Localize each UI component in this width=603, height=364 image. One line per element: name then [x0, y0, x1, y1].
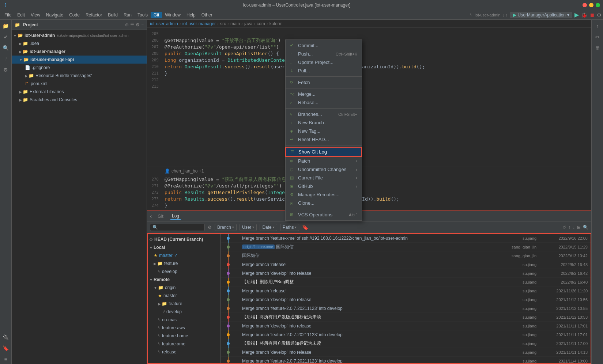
log-search-input[interactable] [159, 225, 203, 230]
log-up-icon[interactable]: ↑ [568, 225, 570, 230]
branch-origin-master[interactable]: ★ master [148, 292, 221, 300]
commit-row[interactable]: Merge branch 'feature-2.0.7.20211123' in… [221, 357, 591, 363]
menu-edit[interactable]: Edit [14, 12, 28, 18]
project-tree-icon[interactable]: ☰ [130, 22, 134, 27]
commit-row[interactable]: Merge branch 'develop' into releasesu.ji… [221, 269, 591, 278]
tree-manager[interactable]: ▶ 📂 iot-user-manager [12, 48, 147, 56]
branch-local[interactable]: ▼ Local [148, 243, 221, 251]
branch-origin-release[interactable]: ⑂ release [148, 348, 221, 356]
menu-help[interactable]: Help [184, 12, 199, 18]
menu-build[interactable]: Build [105, 12, 121, 18]
log-down-icon[interactable]: ↓ [573, 225, 575, 230]
git-menu-branches[interactable]: ⑂ Branches... Ctrl+Shift+ [286, 110, 362, 118]
git-menu-merge[interactable]: ⌥ Merge... [286, 90, 362, 98]
commit-row[interactable]: Merge branch 'release'su.jiang2021/11/26… [221, 287, 591, 295]
branch-develop-local[interactable]: ⑂ develop [148, 268, 221, 276]
filter-branch[interactable]: Branch ▾ [215, 224, 237, 231]
git-menu-github[interactable]: ◉ GitHub › [286, 182, 362, 190]
commit-row[interactable]: Merge branch 'feature-2.0.7.20211123' in… [221, 330, 591, 339]
git-menu-show-git-log[interactable]: ☰ Show Git Log [285, 147, 362, 157]
sidebar-settings-icon[interactable]: ⚙ [1, 65, 11, 75]
commit-row[interactable]: 国际短信sang_qian_jin2022/9/13 10:42 [221, 251, 591, 260]
menu-refactor[interactable]: Refactor [83, 12, 105, 18]
branch-origin-feature-home[interactable]: ⑂ feature-home [148, 332, 221, 340]
run-btn[interactable]: ▶ [574, 11, 579, 18]
git-menu-current-file[interactable]: ▤ Current File › [286, 174, 362, 182]
git-menu-vcs-ops[interactable]: ⊞ VCS Operations Alt+` [286, 211, 362, 219]
branch-remote[interactable]: ▼ Remote [148, 276, 221, 284]
debug-btn[interactable]: 🐞 [581, 12, 587, 18]
branch-head[interactable]: ⊙ HEAD (Current Branch) [148, 235, 221, 243]
git-menu-rebase[interactable]: ⌂ Rebase... [286, 98, 362, 107]
branch-origin-eu-mas[interactable]: ⑂ eu-mas [148, 316, 221, 324]
right-icon-2[interactable]: ✂ [593, 32, 602, 42]
menu-file[interactable]: File [1, 12, 14, 18]
commit-row[interactable]: 【后端】将所有用户发版通知标记为未读su.jiang2021/11/12 10:… [221, 313, 591, 322]
stop-btn[interactable]: ⏹ [589, 12, 595, 18]
menu-git[interactable]: Git [151, 12, 162, 18]
maximize-btn[interactable] [596, 3, 600, 7]
project-minimize-icon[interactable]: − [141, 22, 144, 27]
tab-git[interactable]: Git: [156, 213, 166, 220]
git-menu-fetch[interactable]: ⟳ Fetch [286, 78, 362, 87]
tree-ext-libs[interactable]: ▶ 📁 External Libraries [12, 88, 147, 96]
git-menu-new-tag[interactable]: ◈ New Tag... [286, 127, 362, 135]
tree-scratches[interactable]: ▶ 📁 Scratches and Consoles [12, 96, 147, 104]
sidebar-commit-icon[interactable]: ✔ [1, 32, 11, 42]
log-settings-icon[interactable]: ⚙ [208, 225, 212, 230]
right-icon-3[interactable]: 🗑 [593, 43, 602, 53]
code-editor-2[interactable]: 270 @GetMapping(value = "获取当前登录人所有权限信息")… [147, 175, 591, 211]
sidebar-plugins-icon[interactable]: 🔌 [1, 333, 11, 342]
branch-origin-feature[interactable]: ▶ 📁 feature [148, 300, 221, 308]
menu-tools[interactable]: Tools [135, 12, 151, 18]
right-icon-1[interactable]: ↑ [593, 21, 602, 31]
close-btn[interactable] [583, 3, 587, 7]
git-menu-update[interactable]: ↓ Update Project... [286, 58, 362, 67]
tree-root[interactable]: ▼ 📂 iot-user-admin E:\kalerm\project\iot… [12, 31, 147, 39]
menu-run[interactable]: Run [121, 12, 135, 18]
log-refresh-icon[interactable]: ↺ [562, 225, 566, 230]
project-scope-icon[interactable]: ⊕ [125, 22, 129, 27]
git-menu-commit[interactable]: ✔ Commit... [286, 41, 362, 50]
log-search2-icon[interactable]: 🔍 [583, 225, 588, 230]
filter-bookmark-icon[interactable]: 🔖 [302, 224, 308, 230]
commit-row[interactable]: origin/feature-xme国际短信sang_qian_jin2022/… [221, 243, 591, 251]
project-gear-icon[interactable]: ⚙ [136, 22, 140, 27]
code-editor[interactable]: 205 206 @GetMapping(value = "开放平台-员工列表查询… [147, 28, 591, 167]
branch-origin-feature-aws[interactable]: ⑂ feature-aws [148, 324, 221, 332]
commit-row[interactable]: Merge branch 'develop' into releasesu.ji… [221, 322, 591, 330]
filter-date[interactable]: Date ▾ [260, 224, 277, 231]
log-search-box[interactable]: 🔍 [150, 224, 205, 231]
branch-origin-feature-xme[interactable]: ⑂ feature-xme [148, 340, 221, 348]
tree-gitignore[interactable]: 📄 .gitignore [12, 64, 147, 72]
sidebar-git-icon[interactable]: ⑂ [1, 54, 11, 64]
filter-paths[interactable]: Paths ▾ [280, 224, 299, 231]
tree-resource-bundle[interactable]: ▶ 📁 Resource Bundle 'messages' [12, 72, 147, 80]
commit-row[interactable]: Merge branch 'develop' into releasesu.ji… [221, 348, 591, 357]
commit-row[interactable]: Merge branch 'feature-2.0.7.20211123' in… [221, 304, 591, 313]
run-config[interactable]: ▶ UserManagerApplication ▾ [510, 12, 572, 18]
git-menu-push[interactable]: ↑ Push... Ctrl+Shift+K [286, 50, 362, 58]
tree-idea[interactable]: ▶ 📁 .idea [12, 39, 147, 48]
branch-master-local[interactable]: ★ master ✓ [148, 251, 221, 259]
sidebar-project-icon[interactable]: 📁 [1, 21, 11, 31]
bottom-expand-icon[interactable]: ‹ [150, 213, 152, 220]
log-expand-icon[interactable]: ⊞ [577, 225, 581, 230]
branch-feature-local[interactable]: ▶ 📁 feature [148, 259, 221, 268]
run-config-dropdown[interactable]: ▾ [567, 12, 569, 18]
git-menu-reset-head[interactable]: ↩ Reset HEAD... [286, 135, 362, 144]
commit-row[interactable]: Merge branch 'develop' into releasesu.ji… [221, 295, 591, 304]
git-menu-new-branch[interactable]: + New Branch . [286, 118, 362, 127]
git-menu-patch[interactable]: ⊕ Patch › [286, 157, 362, 165]
sidebar-search-icon[interactable]: 🔍 [1, 43, 11, 53]
menu-window[interactable]: Window [162, 12, 184, 18]
commit-row[interactable]: 【后端】删除用户Bug调整su.jiang2022/8/2 16:40 [221, 278, 591, 287]
branch-origin[interactable]: ▼ 📁 origin [148, 284, 221, 292]
git-menu-manage-remotes[interactable]: ⚙ Manage Remotes... [286, 190, 362, 199]
tree-manager-api[interactable]: ▼ 📂 iot-user-manager-api [12, 56, 147, 64]
tab-log[interactable]: Log [170, 213, 181, 220]
git-menu-uncommitted[interactable]: ◌ Uncommitted Changes › [286, 165, 362, 174]
commit-row[interactable]: Merge branch 'release'su.jiang2022/8/2 1… [221, 260, 591, 269]
git-menu-clone[interactable]: ⎘ Clone... [286, 199, 362, 207]
filter-user[interactable]: User ▾ [240, 224, 257, 231]
